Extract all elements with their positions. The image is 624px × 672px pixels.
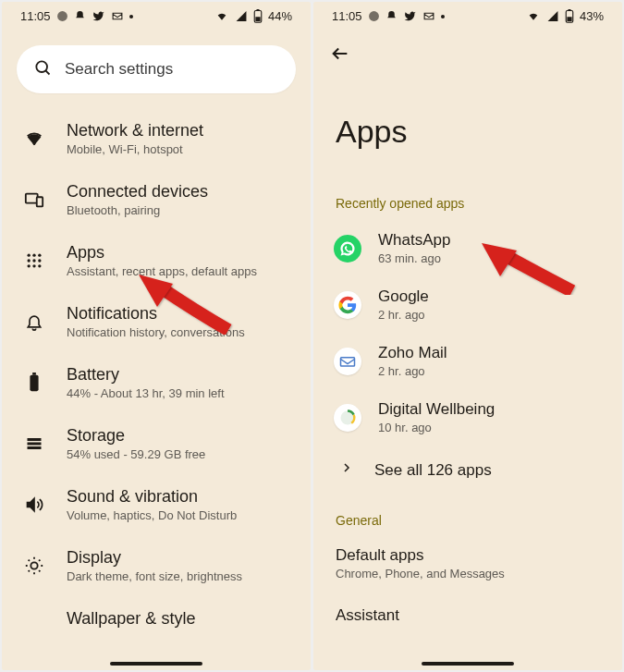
svg-rect-21 xyxy=(28,446,42,449)
battery-text: 44% xyxy=(268,9,292,23)
app-row-wellbeing[interactable]: Digital Wellbeing10 hr. ago xyxy=(313,389,622,446)
search-settings-input[interactable]: Search settings xyxy=(17,45,296,93)
svg-point-15 xyxy=(32,264,35,267)
svg-point-12 xyxy=(32,259,35,262)
chevron-right-icon xyxy=(341,460,352,480)
assistant-row[interactable]: Assistant xyxy=(313,590,622,634)
svg-rect-7 xyxy=(37,197,43,206)
battery-icon xyxy=(22,373,46,393)
svg-point-23 xyxy=(369,11,379,21)
svg-point-14 xyxy=(28,264,31,267)
twitter-icon xyxy=(403,10,417,22)
clock-text: 11:05 xyxy=(332,9,362,23)
zoho-mail-icon xyxy=(334,348,361,375)
status-icon xyxy=(56,10,68,22)
svg-point-10 xyxy=(38,254,41,257)
twitter-icon xyxy=(92,10,105,22)
svg-point-22 xyxy=(31,562,37,568)
battery-text: 43% xyxy=(580,9,604,23)
bell-icon xyxy=(22,312,46,331)
back-button[interactable] xyxy=(313,27,622,77)
status-bar: 11:05 44% xyxy=(2,2,311,27)
settings-item-display[interactable]: DisplayDark theme, font size, brightness xyxy=(2,535,311,596)
settings-item-sound[interactable]: Sound & vibrationVolume, haptics, Do Not… xyxy=(2,474,311,535)
svg-rect-6 xyxy=(26,194,38,203)
arrow-left-icon xyxy=(330,43,350,64)
section-general: General xyxy=(313,513,622,537)
apps-screen: 11:05 43% Apps Recently opened apps What… xyxy=(313,2,622,670)
brightness-icon xyxy=(22,556,46,576)
status-icon xyxy=(368,10,380,22)
svg-rect-2 xyxy=(256,9,259,11)
mail-icon xyxy=(111,10,124,22)
svg-rect-3 xyxy=(255,17,260,21)
svg-point-11 xyxy=(28,259,31,262)
app-row-google[interactable]: Google2 hr. ago xyxy=(313,276,622,333)
svg-point-13 xyxy=(38,259,41,262)
svg-rect-20 xyxy=(28,443,42,446)
settings-item-apps[interactable]: AppsAssistant, recent apps, default apps xyxy=(2,230,311,291)
digital-wellbeing-icon xyxy=(334,404,361,432)
storage-icon xyxy=(22,435,46,452)
see-all-apps-button[interactable]: See all 126 apps xyxy=(313,446,622,495)
search-placeholder: Search settings xyxy=(65,60,173,79)
nav-handle[interactable] xyxy=(110,662,202,666)
app-row-whatsapp[interactable]: WhatsApp63 min. ago xyxy=(313,220,622,276)
settings-item-connected[interactable]: Connected devicesBluetooth, pairing xyxy=(2,169,311,230)
svg-rect-18 xyxy=(32,373,36,375)
google-icon xyxy=(334,291,361,319)
svg-rect-19 xyxy=(28,438,42,441)
bell-icon xyxy=(385,10,398,22)
svg-point-9 xyxy=(32,254,35,257)
svg-rect-17 xyxy=(30,375,38,391)
more-dot-icon xyxy=(129,15,133,18)
nav-handle[interactable] xyxy=(422,662,514,666)
settings-item-wallpaper[interactable]: Wallpaper & style xyxy=(2,596,311,629)
devices-icon xyxy=(22,189,46,210)
svg-rect-25 xyxy=(568,9,570,11)
svg-point-0 xyxy=(57,11,67,21)
svg-point-5 xyxy=(33,142,36,145)
wifi-icon xyxy=(214,10,229,22)
whatsapp-icon xyxy=(334,235,361,263)
section-recently-opened: Recently opened apps xyxy=(313,196,622,220)
apps-grid-icon xyxy=(22,251,46,270)
mail-icon xyxy=(422,10,435,22)
svg-point-4 xyxy=(36,61,47,72)
settings-item-battery[interactable]: Battery44% - About 13 hr, 39 min left xyxy=(2,352,311,413)
battery-icon xyxy=(565,9,574,23)
app-row-zoho[interactable]: Zoho Mail2 hr. ago xyxy=(313,333,622,389)
wifi-icon xyxy=(526,10,541,22)
signal-icon xyxy=(546,10,559,22)
page-title: Apps xyxy=(313,77,622,196)
settings-item-network[interactable]: Network & internetMobile, Wi-Fi, hotspot xyxy=(2,108,311,169)
svg-rect-26 xyxy=(567,17,571,21)
signal-icon xyxy=(235,10,248,22)
more-dot-icon xyxy=(441,15,445,18)
settings-screen: 11:05 44% Search settings Network & inte… xyxy=(2,2,311,670)
status-bar: 11:05 43% xyxy=(313,2,622,27)
clock-text: 11:05 xyxy=(20,9,51,23)
settings-item-storage[interactable]: Storage54% used - 59.29 GB free xyxy=(2,413,311,474)
volume-icon xyxy=(22,495,46,514)
wifi-icon xyxy=(22,128,46,149)
svg-point-16 xyxy=(38,264,41,267)
default-apps-row[interactable]: Default apps Chrome, Phone, and Messages xyxy=(313,537,622,590)
bell-icon xyxy=(74,10,86,22)
settings-item-notifications[interactable]: NotificationsNotification history, conve… xyxy=(2,291,311,352)
search-icon xyxy=(33,58,52,80)
svg-point-8 xyxy=(28,254,31,257)
battery-icon xyxy=(253,9,263,23)
settings-list: Network & internetMobile, Wi-Fi, hotspot… xyxy=(2,108,311,629)
